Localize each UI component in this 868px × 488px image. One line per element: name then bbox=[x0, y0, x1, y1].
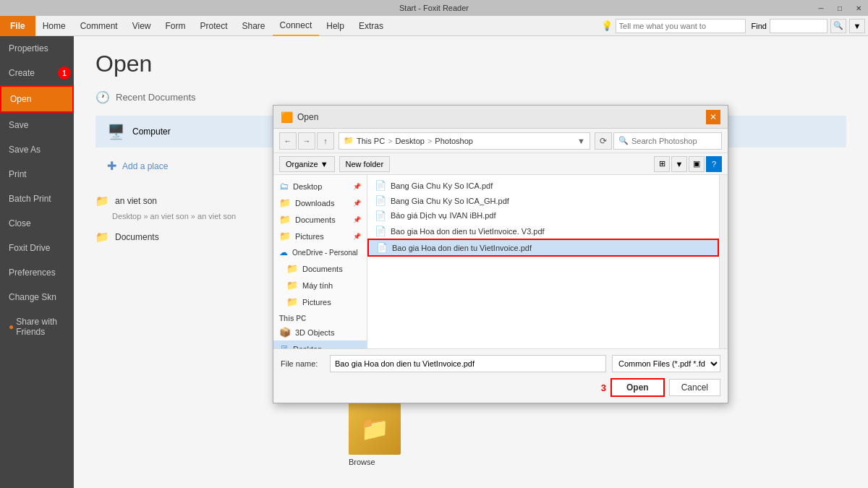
view-dropdown-button[interactable]: ▼ bbox=[671, 156, 687, 172]
sidebar-item-properties[interactable]: Properties bbox=[0, 36, 74, 61]
browse-section: 📁 Browse bbox=[349, 403, 401, 466]
up-button[interactable]: ↑ bbox=[317, 132, 334, 150]
nav-documents[interactable]: 📁 Documents 📌 bbox=[273, 211, 367, 228]
sidebar-item-open[interactable]: Open bbox=[0, 85, 74, 113]
nav-pictures[interactable]: 📁 Pictures 📌 bbox=[273, 228, 367, 244]
file-scrollbar[interactable] bbox=[719, 175, 728, 348]
sidebar-item-foxit-drive[interactable]: Foxit Drive bbox=[0, 236, 74, 260]
thispc-label: This PC bbox=[273, 310, 367, 324]
bc-icon: 📁 bbox=[344, 136, 354, 145]
forward-button[interactable]: → bbox=[298, 132, 315, 150]
nav-desktop[interactable]: 🗂 Desktop 📌 bbox=[273, 178, 367, 194]
open-button[interactable]: Open bbox=[610, 378, 665, 397]
new-folder-button[interactable]: New folder bbox=[339, 156, 391, 172]
sidebar-item-print[interactable]: Print bbox=[0, 162, 74, 187]
find-options-button[interactable]: ▼ bbox=[849, 19, 865, 33]
form-menu[interactable]: Form bbox=[158, 16, 193, 36]
find-label: Find bbox=[752, 22, 767, 30]
open-dialog: 🟧 Open ✕ ← → ↑ 📁 This PC > Desktop > Pho… bbox=[273, 105, 728, 403]
menu-search-area: 💡 bbox=[601, 19, 746, 33]
file-item-5[interactable]: 📄 Bao gia Hoa don dien tu VietInvoice.pd… bbox=[367, 239, 719, 257]
close-window-button[interactable]: ✕ bbox=[849, 0, 868, 16]
nav-desktop-label: Desktop bbox=[293, 182, 322, 191]
file-item-4[interactable]: 📄 Bao gia Hoa don dien tu VietInvoice. V… bbox=[367, 223, 719, 239]
file-menu-tab[interactable]: File bbox=[0, 16, 35, 36]
find-section: Find 🔍 ▼ bbox=[752, 19, 865, 33]
view-menu[interactable]: View bbox=[125, 16, 158, 36]
folder-icon-2: 📁 bbox=[95, 231, 109, 244]
protect-menu[interactable]: Protect bbox=[193, 16, 235, 36]
filetype-select[interactable]: Common Files (*.pdf *.fdf *.xfdf bbox=[612, 355, 720, 372]
nav-od-documents[interactable]: 📁 Documents bbox=[273, 260, 367, 277]
sidebar: Properties Create 1 Open Save Save As Pr… bbox=[0, 36, 74, 488]
od-documents-icon: 📁 bbox=[286, 263, 298, 274]
sidebar-item-share[interactable]: ● Share with Friends bbox=[0, 309, 74, 344]
search-box: 🔍 bbox=[613, 132, 722, 150]
clock-icon: 🕐 bbox=[95, 90, 110, 104]
documents-folder-icon: 📁 bbox=[279, 214, 291, 225]
file-name-4: Bao gia Hoa don dien tu VietInvoice. V3.… bbox=[391, 227, 545, 236]
minimize-button[interactable]: ─ bbox=[812, 0, 830, 16]
search-input[interactable] bbox=[631, 137, 731, 145]
sidebar-item-preferences[interactable]: Preferences bbox=[0, 260, 74, 285]
home-menu[interactable]: Home bbox=[35, 16, 73, 36]
pdf-icon-4: 📄 bbox=[375, 226, 386, 236]
file-name-3: Báo giá Dịch vụ IVAN iBH.pdf bbox=[391, 211, 496, 221]
preview-pane-button[interactable]: ▣ bbox=[689, 156, 705, 172]
file-item-2[interactable]: 📄 Bang Gia Chu Ky So ICA_GH.pdf bbox=[367, 193, 719, 208]
help-button[interactable]: ? bbox=[706, 156, 722, 172]
nav-od-maytinh-label: Máy tính bbox=[302, 281, 333, 290]
help-menu[interactable]: Help bbox=[319, 16, 352, 36]
cancel-button[interactable]: Cancel bbox=[669, 379, 720, 396]
nav-desktop2[interactable]: 🖥 Desktop bbox=[273, 341, 367, 348]
sidebar-item-save-as[interactable]: Save As bbox=[0, 137, 74, 162]
desktop-folder-icon: 🗂 bbox=[279, 181, 289, 192]
search-icon: 🔍 bbox=[618, 136, 629, 145]
title-bar: Start - Foxit Reader ─ □ ✕ bbox=[0, 0, 868, 16]
file-item-3[interactable]: 📄 Báo giá Dịch vụ IVAN iBH.pdf bbox=[367, 208, 719, 223]
comment-menu[interactable]: Comment bbox=[73, 16, 125, 36]
dialog-title-bar: 🟧 Open ✕ bbox=[273, 106, 728, 129]
filename-input[interactable] bbox=[330, 355, 606, 372]
maximize-button[interactable]: □ bbox=[830, 0, 849, 16]
bc-dropdown-arrow[interactable]: ▼ bbox=[577, 137, 585, 145]
dialog-foxit-icon: 🟧 bbox=[281, 111, 293, 123]
window-controls[interactable]: ─ □ ✕ bbox=[812, 0, 868, 16]
share-menu[interactable]: Share bbox=[235, 16, 273, 36]
pin-icon-4: 📌 bbox=[353, 233, 361, 240]
folder-icon-1: 📁 bbox=[95, 194, 109, 207]
sidebar-item-close[interactable]: Close bbox=[0, 211, 74, 236]
step3-annotation: 3 bbox=[601, 382, 606, 393]
find-search-button[interactable]: 🔍 bbox=[830, 19, 846, 33]
nav-downloads-label: Downloads bbox=[295, 199, 334, 207]
filename-row: File name: Common Files (*.pdf *.fdf *.x… bbox=[281, 355, 720, 372]
nav-downloads[interactable]: 📁 Downloads 📌 bbox=[273, 194, 367, 211]
sidebar-item-batch-print[interactable]: Batch Print bbox=[0, 187, 74, 211]
dialog-close-button[interactable]: ✕ bbox=[706, 110, 720, 124]
nav-onedrive[interactable]: ☁ OneDrive - Personal bbox=[273, 244, 367, 260]
extras-menu[interactable]: Extras bbox=[352, 16, 391, 36]
nav-od-maytinh[interactable]: 📁 Máy tính bbox=[273, 277, 367, 294]
connect-menu[interactable]: Connect bbox=[273, 16, 320, 36]
browse-folder-icon: 📁 bbox=[349, 403, 401, 455]
nav-3dobjects[interactable]: 📦 3D Objects bbox=[273, 324, 367, 341]
pin-icon: 📌 bbox=[353, 183, 361, 190]
pdf-icon-1: 📄 bbox=[375, 180, 386, 191]
sidebar-item-create[interactable]: Create 1 bbox=[0, 61, 74, 85]
sidebar-item-change-skn[interactable]: Change Skn bbox=[0, 285, 74, 309]
nav-pictures-label: Pictures bbox=[295, 232, 324, 241]
find-input[interactable] bbox=[770, 19, 827, 33]
back-button[interactable]: ← bbox=[279, 132, 297, 150]
file-item-1[interactable]: 📄 Bang Gia Chu Ky So ICA.pdf bbox=[367, 178, 719, 193]
nav-od-pictures[interactable]: 📁 Pictures bbox=[273, 294, 367, 310]
computer-label: Computer bbox=[132, 127, 171, 137]
menu-bar: File Home Comment View Form Protect Shar… bbox=[0, 16, 868, 36]
pdf-icon-3: 📄 bbox=[375, 210, 386, 221]
view-grid-button[interactable]: ⊞ bbox=[654, 156, 670, 172]
sidebar-item-save[interactable]: Save bbox=[0, 113, 74, 137]
location-breadcrumb[interactable]: 📁 This PC > Desktop > Photoshop ▼ bbox=[339, 132, 590, 150]
bc-photoshop: Photoshop bbox=[435, 137, 473, 145]
refresh-button[interactable]: ⟳ bbox=[595, 132, 612, 150]
menu-search-input[interactable] bbox=[616, 19, 746, 33]
organize-button[interactable]: Organize ▼ bbox=[279, 156, 335, 172]
